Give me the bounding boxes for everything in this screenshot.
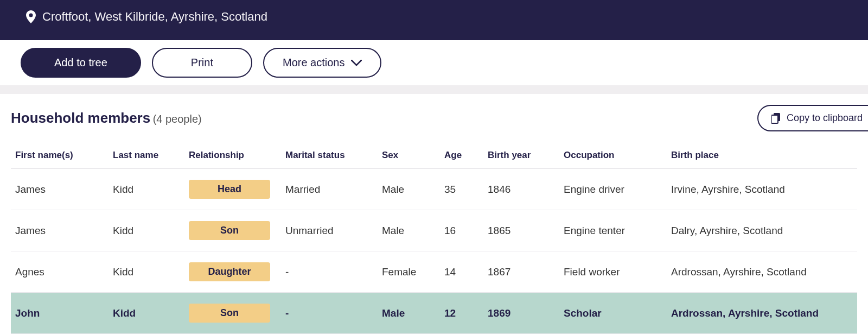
th-place: Birth place — [667, 142, 857, 169]
cell-sex: Female — [378, 251, 440, 293]
panel-title: Household members — [11, 110, 150, 126]
cell-year: 1865 — [483, 210, 559, 251]
add-to-tree-button[interactable]: Add to tree — [21, 48, 141, 78]
table-row[interactable]: JamesKiddHeadMarriedMale351846Engine dri… — [11, 169, 857, 210]
cell-last: Kidd — [108, 293, 184, 334]
print-button[interactable]: Print — [152, 48, 252, 78]
add-to-tree-label: Add to tree — [54, 56, 107, 69]
table-body: JamesKiddHeadMarriedMale351846Engine dri… — [11, 169, 857, 334]
cell-occ: Scholar — [559, 293, 667, 334]
relationship-badge: Son — [189, 221, 270, 240]
clipboard-icon — [771, 113, 781, 124]
chevron-down-icon — [351, 60, 362, 66]
cell-mar: - — [281, 293, 378, 334]
cell-year: 1867 — [483, 251, 559, 293]
cell-place: Ardrossan, Ayrshire, Scotland — [667, 293, 857, 334]
cell-sex: Male — [378, 210, 440, 251]
cell-place: Dalry, Ayrshire, Scotland — [667, 210, 857, 251]
cell-year: 1869 — [483, 293, 559, 334]
cell-place: Ardrossan, Ayrshire, Scotland — [667, 251, 857, 293]
more-actions-label: More actions — [283, 56, 345, 69]
cell-occ: Field worker — [559, 251, 667, 293]
table-header-row: First name(s) Last name Relationship Mar… — [11, 142, 857, 169]
household-panel: Household members (4 people) Copy to cli… — [0, 94, 868, 334]
cell-mar: Unmarried — [281, 210, 378, 251]
cell-first: James — [11, 169, 108, 210]
table-row[interactable]: JamesKiddSonUnmarriedMale161865Engine te… — [11, 210, 857, 251]
cell-rel: Son — [184, 210, 281, 251]
panel-count: (4 people) — [153, 113, 202, 125]
record-header: Croftfoot, West Kilbride, Ayrshire, Scot… — [0, 0, 868, 40]
household-table: First name(s) Last name Relationship Mar… — [11, 142, 857, 334]
cell-first: Agnes — [11, 251, 108, 293]
panel-title-wrap: Household members (4 people) — [11, 110, 202, 127]
th-age: Age — [440, 142, 483, 169]
cell-first: James — [11, 210, 108, 251]
th-rel: Relationship — [184, 142, 281, 169]
relationship-badge: Son — [189, 304, 270, 323]
th-mar: Marital status — [281, 142, 378, 169]
cell-last: Kidd — [108, 169, 184, 210]
th-year: Birth year — [483, 142, 559, 169]
copy-to-clipboard-button[interactable]: Copy to clipboard — [757, 105, 868, 131]
more-actions-button[interactable]: More actions — [263, 48, 382, 78]
cell-rel: Head — [184, 169, 281, 210]
cell-mar: Married — [281, 169, 378, 210]
th-sex: Sex — [378, 142, 440, 169]
relationship-badge: Head — [189, 180, 270, 199]
cell-age: 16 — [440, 210, 483, 251]
cell-age: 12 — [440, 293, 483, 334]
cell-sex: Male — [378, 169, 440, 210]
panel-header: Household members (4 people) Copy to cli… — [11, 105, 857, 131]
th-first: First name(s) — [11, 142, 108, 169]
cell-occ: Engine tenter — [559, 210, 667, 251]
location-text: Croftfoot, West Kilbride, Ayrshire, Scot… — [42, 10, 267, 24]
cell-rel: Son — [184, 293, 281, 334]
cell-place: Irvine, Ayrshire, Scotland — [667, 169, 857, 210]
cell-age: 14 — [440, 251, 483, 293]
copy-label: Copy to clipboard — [787, 112, 863, 124]
divider — [0, 85, 868, 94]
location-pin-icon — [26, 10, 36, 23]
th-occ: Occupation — [559, 142, 667, 169]
cell-year: 1846 — [483, 169, 559, 210]
cell-mar: - — [281, 251, 378, 293]
print-label: Print — [191, 56, 213, 69]
cell-last: Kidd — [108, 210, 184, 251]
actions-bar: Add to tree Print More actions — [0, 40, 868, 85]
th-last: Last name — [108, 142, 184, 169]
cell-rel: Daughter — [184, 251, 281, 293]
table-row[interactable]: AgnesKiddDaughter-Female141867Field work… — [11, 251, 857, 293]
cell-first: John — [11, 293, 108, 334]
table-row[interactable]: JohnKiddSon-Male121869ScholarArdrossan, … — [11, 293, 857, 334]
relationship-badge: Daughter — [189, 262, 270, 281]
cell-occ: Engine driver — [559, 169, 667, 210]
cell-age: 35 — [440, 169, 483, 210]
svg-rect-1 — [771, 115, 778, 123]
cell-sex: Male — [378, 293, 440, 334]
cell-last: Kidd — [108, 251, 184, 293]
